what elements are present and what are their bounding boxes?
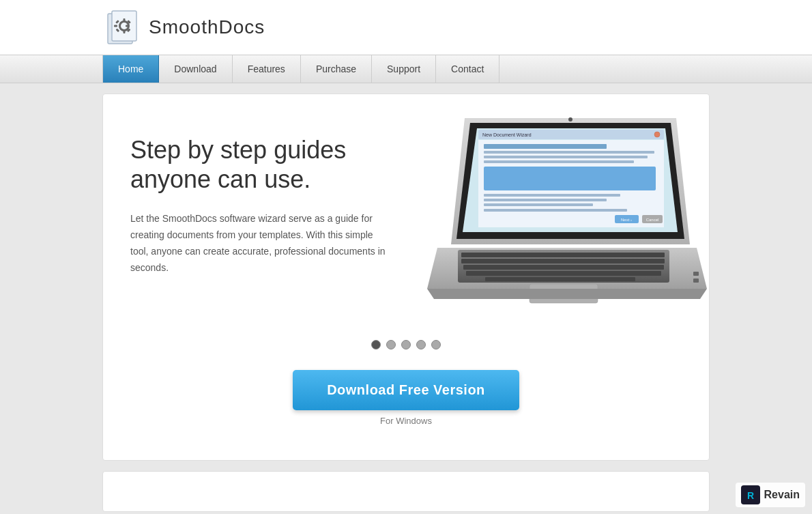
revain-text: Revain [764,489,800,501]
main-content: Step by step guides anyone can use. Let … [0,83,812,514]
logo-area: SmoothDocs [102,7,265,48]
nav-item-contact[interactable]: Contact [436,55,499,83]
nav-item-purchase[interactable]: Purchase [301,55,372,83]
bottom-card [102,471,710,512]
svg-rect-34 [485,277,635,281]
logo-text: SmoothDocs [149,16,265,38]
svg-rect-18 [484,156,648,158]
nav-item-download[interactable]: Download [159,55,232,83]
svg-text:R: R [746,490,753,501]
svg-rect-17 [484,151,654,154]
svg-text:Next ›: Next › [621,218,632,222]
hero-text: Step by step guides anyone can use. Let … [130,115,424,276]
svg-rect-32 [463,265,664,270]
logo-icon [102,7,143,48]
carousel-dot-1[interactable] [371,340,381,349]
hero-title: Step by step guides anyone can use. [130,135,424,194]
svg-rect-33 [466,271,661,276]
carousel-dot-2[interactable] [386,340,396,349]
svg-rect-16 [484,144,607,149]
svg-rect-6 [114,25,117,27]
svg-rect-22 [484,199,607,201]
svg-rect-7 [126,25,129,27]
carousel-dots [130,340,682,349]
carousel-dot-3[interactable] [401,340,411,349]
svg-point-14 [654,132,660,137]
header: SmoothDocs [0,0,812,55]
download-section: Download Free Version For Windows [130,370,682,426]
for-windows-label: For Windows [130,416,682,426]
hero-card: Step by step guides anyone can use. Let … [102,94,710,461]
svg-point-38 [568,117,572,122]
nav-item-support[interactable]: Support [372,55,436,83]
svg-rect-24 [484,209,627,212]
svg-rect-31 [461,259,665,263]
svg-rect-4 [124,18,126,22]
svg-rect-5 [124,30,126,33]
carousel-dot-4[interactable] [416,340,426,349]
svg-text:Cancel: Cancel [646,218,659,222]
laptop-image: New Document Wizard [424,108,710,326]
svg-text:New Document Wizard: New Document Wizard [482,132,532,137]
svg-rect-21 [484,194,620,197]
hero-content: Step by step guides anyone can use. Let … [130,115,682,326]
carousel-dot-5[interactable] [431,340,441,349]
hero-image-area: New Document Wizard [424,115,710,326]
svg-rect-37 [693,279,699,283]
revain-watermark: R Revain [736,483,805,507]
svg-rect-20 [484,167,656,190]
svg-rect-23 [484,203,593,206]
hero-description: Let the SmoothDocs software wizard serve… [130,211,390,276]
nav-item-home[interactable]: Home [102,55,159,83]
svg-rect-19 [484,160,634,163]
nav-item-features[interactable]: Features [233,55,301,83]
download-free-version-button[interactable]: Download Free Version [293,370,519,410]
svg-rect-30 [461,253,665,257]
revain-logo-icon: R [741,485,760,504]
svg-rect-36 [693,272,699,276]
navigation: Home Download Features Purchase Support … [0,55,812,83]
